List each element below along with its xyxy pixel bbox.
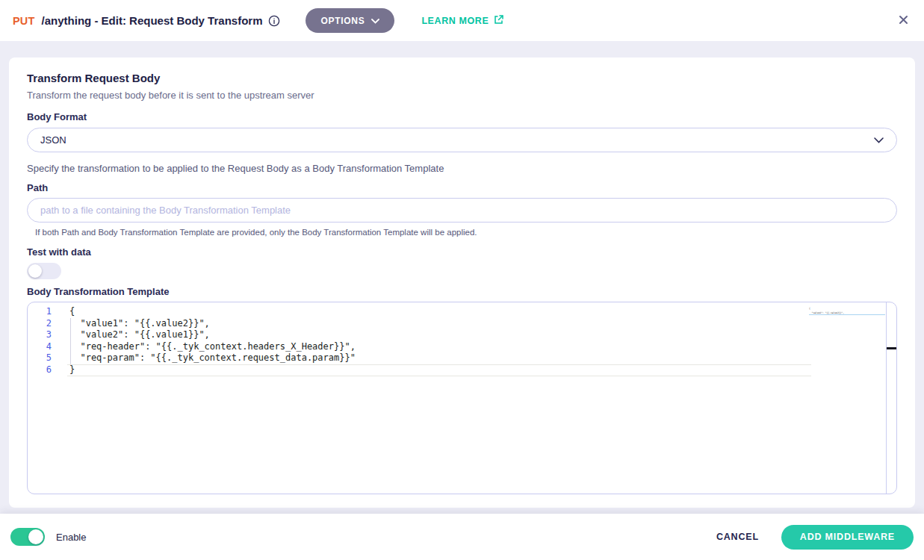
code-line: "req-header": "{{._tyk_context.headers_X… <box>69 341 356 353</box>
enable-toggle[interactable] <box>10 528 45 546</box>
path-input[interactable] <box>27 198 897 223</box>
options-button-label: OPTIONS <box>320 16 365 26</box>
overview-ruler <box>886 302 887 494</box>
code-row: 2 "value1": "{{.value2}}", <box>28 318 896 330</box>
minimap[interactable]: { "value1": "{{.value2}}", "value2": "{{… <box>809 305 884 314</box>
page-title: /anything - Edit: Request Body Transform <box>42 14 263 27</box>
code-row: 3 "value2": "{{.value1}}", <box>28 329 896 341</box>
code-line: "req-param": "{{._tyk_context.request_da… <box>69 352 356 364</box>
code-line: "value1": "{{.value2}}", <box>69 318 210 330</box>
line-number: 1 <box>28 306 69 318</box>
path-help-text: If both Path and Body Transformation Tem… <box>35 228 897 237</box>
code-editor[interactable]: 1 { 2 "value1": "{{.value2}}", 3 "value2… <box>27 302 897 494</box>
path-label: Path <box>27 182 897 193</box>
close-icon <box>899 15 908 27</box>
code-line: "value2": "{{.value1}}", <box>69 329 210 341</box>
options-button[interactable]: OPTIONS <box>306 8 394 33</box>
toggle-knob <box>28 529 43 544</box>
close-button[interactable] <box>896 12 911 30</box>
info-icon[interactable] <box>268 15 280 27</box>
test-with-data-toggle[interactable] <box>27 263 61 279</box>
line-number: 2 <box>28 318 69 330</box>
line-number: 6 <box>28 364 69 376</box>
learn-more-link[interactable]: LEARN MORE <box>421 14 504 27</box>
code-editor-lines: 1 { 2 "value1": "{{.value2}}", 3 "value2… <box>28 302 896 376</box>
test-with-data-label: Test with data <box>27 246 897 258</box>
chevron-down-icon <box>371 16 379 26</box>
panel-subtitle: Transform the request body before it is … <box>27 90 897 101</box>
body-format-value: JSON <box>40 134 66 146</box>
minimap-slider <box>809 314 885 315</box>
footer-bar: Enable CANCEL ADD MIDDLEWARE <box>0 514 924 560</box>
line-number: 3 <box>28 329 69 341</box>
body-format-label: Body Format <box>27 111 897 122</box>
http-method-badge: PUT <box>13 15 35 27</box>
transform-panel: Transform Request Body Transform the req… <box>9 57 915 508</box>
code-row: 4 "req-header": "{{._tyk_context.headers… <box>28 341 896 353</box>
code-row: 6 } <box>28 364 896 376</box>
line-number: 4 <box>28 341 69 353</box>
chevron-down-icon <box>874 134 884 146</box>
code-line: } <box>69 364 75 376</box>
code-line: { <box>69 306 75 318</box>
cancel-button[interactable]: CANCEL <box>716 532 759 542</box>
line-number: 5 <box>28 352 69 364</box>
main-area: Transform Request Body Transform the req… <box>0 41 924 514</box>
enable-label: Enable <box>56 532 86 543</box>
panel-title: Transform Request Body <box>27 72 897 84</box>
template-label: Body Transformation Template <box>27 286 897 297</box>
body-format-select[interactable]: JSON <box>27 128 897 152</box>
top-bar: PUT /anything - Edit: Request Body Trans… <box>0 0 924 41</box>
code-row: 5 "req-param": "{{._tyk_context.request_… <box>28 352 896 364</box>
indent-guide <box>70 318 71 364</box>
scrollbar-marker[interactable] <box>887 347 896 349</box>
add-middleware-button[interactable]: ADD MIDDLEWARE <box>781 525 914 550</box>
toggle-knob <box>28 264 42 278</box>
specify-help-text: Specify the transformation to be applied… <box>27 163 897 174</box>
learn-more-label: LEARN MORE <box>421 16 489 26</box>
code-row: 1 { <box>28 306 896 318</box>
external-link-icon <box>494 14 504 27</box>
